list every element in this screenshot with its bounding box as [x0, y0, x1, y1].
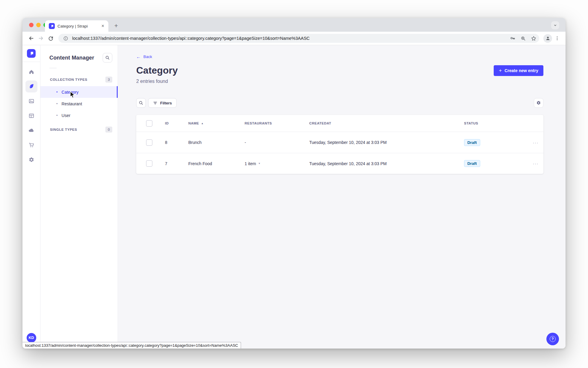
url-text[interactable]: localhost:1337/admin/content-manager/col…: [72, 36, 506, 41]
single-types-section: SINGLE TYPES 0: [40, 127, 118, 133]
cell-id: 7: [165, 161, 188, 166]
help-button[interactable]: ?: [546, 333, 559, 345]
column-header-id[interactable]: ID: [165, 121, 188, 125]
browser-tab-bar: Category | Strapi × +: [22, 18, 566, 32]
rail-nav-list: [24, 64, 39, 167]
sidebar-item-label: Category: [62, 90, 79, 95]
search-icon: [105, 55, 110, 60]
entries-table: ID NAME ▲ RESTAURANTS CREATEDAT STATUS 8…: [136, 115, 543, 174]
back-arrow-icon: ←: [136, 54, 141, 59]
address-bar[interactable]: localhost:1337/admin/content-manager/col…: [58, 34, 539, 43]
column-header-status[interactable]: STATUS: [464, 121, 522, 125]
tab-title: Category | Strapi: [57, 24, 98, 28]
column-header-createdat[interactable]: CREATEDAT: [309, 121, 464, 125]
nav-marketplace-icon[interactable]: [24, 138, 39, 152]
row-checkbox[interactable]: [146, 160, 152, 167]
sidebar-item-label: User: [62, 113, 71, 118]
sidebar-title: Content Manager: [49, 55, 94, 61]
section-label: SINGLE TYPES: [50, 128, 77, 131]
section-count-badge: 0: [105, 127, 112, 133]
bullet-icon: •: [56, 102, 58, 106]
sidebar-item-user[interactable]: • User: [40, 110, 118, 121]
cell-restaurants[interactable]: 1 item ▼: [245, 161, 309, 166]
password-key-icon[interactable]: [509, 34, 516, 42]
browser-back-icon[interactable]: [26, 34, 36, 43]
browser-menu-icon[interactable]: [553, 34, 562, 43]
table-header-row: ID NAME ▲ RESTAURANTS CREATEDAT STATUS: [136, 115, 543, 132]
collection-types-section: COLLECTION TYPES 3: [40, 77, 118, 83]
strapi-favicon-icon: [49, 23, 55, 29]
create-new-entry-button[interactable]: + Create new entry: [494, 65, 543, 76]
browser-window: Category | Strapi × + localhost:1337/adm…: [22, 18, 566, 349]
entries-count: 2 entries found: [136, 79, 178, 84]
nav-deploy-cloud-icon[interactable]: [24, 123, 39, 138]
nav-home-icon[interactable]: [24, 64, 39, 79]
filter-icon: [153, 101, 157, 105]
table-row[interactable]: 7 French Food 1 item ▼ Tuesday, Septembe…: [136, 153, 543, 174]
nav-content-type-builder-icon[interactable]: [24, 108, 39, 123]
row-actions-menu[interactable]: ···: [533, 140, 544, 145]
cell-restaurants: -: [245, 140, 309, 145]
main-content: ← Back Category 2 entries found + Create…: [118, 45, 566, 349]
row-actions-menu[interactable]: ···: [533, 161, 544, 166]
cell-name: French Food: [188, 161, 245, 166]
list-toolbar: Filters: [136, 98, 543, 108]
browser-profile-icon[interactable]: [543, 34, 552, 43]
section-label: COLLECTION TYPES: [50, 78, 87, 81]
chevron-down-icon: ▼: [258, 162, 260, 165]
sidebar-item-category[interactable]: • Category: [40, 86, 118, 98]
zoom-icon[interactable]: [519, 34, 527, 42]
collection-types-list: • Category • Restaurant • User: [40, 86, 118, 121]
bullet-icon: •: [56, 90, 58, 94]
sidebar-search-button[interactable]: [103, 53, 112, 63]
plus-icon: +: [499, 68, 502, 73]
gear-icon: [536, 101, 541, 105]
back-label: Back: [143, 54, 152, 59]
row-checkbox[interactable]: [146, 139, 152, 146]
tab-search-chevron-icon[interactable]: [551, 21, 559, 29]
browser-reload-icon[interactable]: [46, 34, 55, 43]
bookmark-star-icon[interactable]: [530, 34, 537, 42]
table-search-button[interactable]: [136, 98, 146, 108]
site-info-icon[interactable]: [62, 34, 69, 42]
filters-label: Filters: [160, 101, 172, 105]
cell-createdat: Tuesday, September 10, 2024 at 3:03 PM: [309, 161, 464, 166]
browser-url-bar: localhost:1337/admin/content-manager/col…: [22, 32, 566, 45]
rail-divider: [22, 62, 40, 62]
sort-asc-icon: ▲: [201, 122, 204, 125]
table-row[interactable]: 8 Brunch - Tuesday, September 10, 2024 a…: [136, 132, 543, 153]
content-manager-sidebar: Content Manager COLLECTION TYPES 3 • Cat…: [40, 45, 118, 349]
sidebar-divider: [49, 68, 57, 68]
sidebar-item-restaurant[interactable]: • Restaurant: [40, 98, 118, 110]
cell-id: 8: [165, 140, 188, 145]
view-settings-button[interactable]: [534, 98, 543, 108]
new-tab-button[interactable]: +: [112, 22, 120, 30]
cell-name: Brunch: [188, 140, 245, 145]
select-all-checkbox[interactable]: [146, 120, 152, 127]
search-icon: [139, 101, 143, 105]
page-title: Category: [136, 65, 178, 76]
nav-media-library-icon[interactable]: [24, 94, 39, 108]
close-window-button[interactable]: [29, 23, 34, 27]
back-link[interactable]: ← Back: [136, 54, 152, 59]
minimize-window-button[interactable]: [36, 23, 41, 27]
browser-forward-icon[interactable]: [36, 34, 46, 43]
sidebar-item-label: Restaurant: [62, 101, 82, 106]
user-avatar[interactable]: KD: [27, 333, 36, 343]
main-nav-rail: KD: [22, 45, 40, 349]
cell-createdat: Tuesday, September 10, 2024 at 3:03 PM: [309, 140, 464, 145]
status-badge: Draft: [464, 160, 480, 167]
create-new-entry-label: Create new entry: [504, 68, 538, 73]
status-bar-url: localhost:1337/admin/content-manager/col…: [22, 342, 241, 349]
nav-settings-icon[interactable]: [24, 152, 39, 167]
bullet-icon: •: [56, 113, 58, 117]
filters-button[interactable]: Filters: [148, 98, 177, 108]
status-badge: Draft: [464, 139, 480, 146]
column-header-restaurants[interactable]: RESTAURANTS: [245, 121, 309, 125]
help-icon: ?: [550, 336, 556, 342]
close-tab-icon[interactable]: ×: [100, 23, 105, 29]
strapi-logo-icon[interactable]: [27, 49, 36, 58]
browser-tab[interactable]: Category | Strapi ×: [45, 20, 108, 32]
column-header-name[interactable]: NAME ▲: [188, 121, 245, 125]
nav-content-manager-icon[interactable]: [24, 79, 39, 94]
